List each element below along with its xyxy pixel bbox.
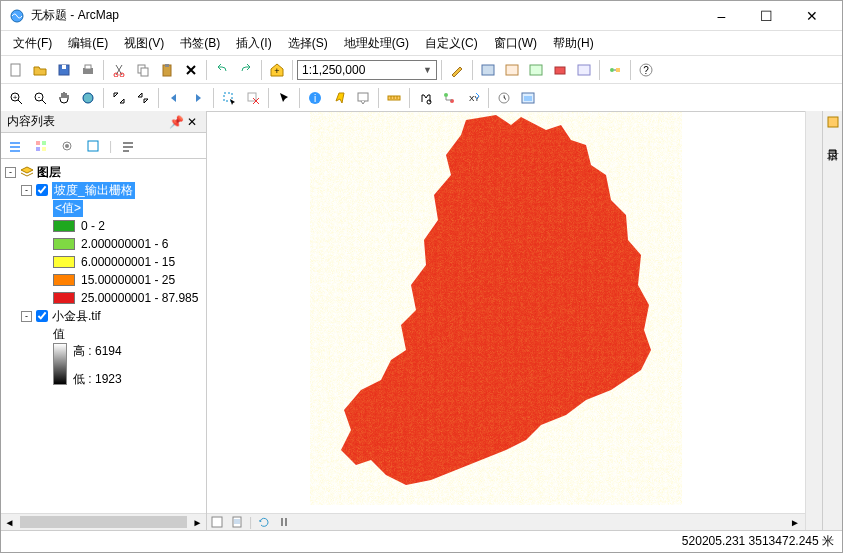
- catalog-button[interactable]: [501, 59, 523, 81]
- paste-button[interactable]: [156, 59, 178, 81]
- menu-file[interactable]: 文件(F): [5, 32, 60, 55]
- search-button[interactable]: [525, 59, 547, 81]
- full-extent-button[interactable]: [77, 87, 99, 109]
- list-by-selection-button[interactable]: [83, 136, 103, 156]
- zoom-in-button[interactable]: +: [5, 87, 27, 109]
- next-extent-button[interactable]: [187, 87, 209, 109]
- open-button[interactable]: [29, 59, 51, 81]
- find-button[interactable]: [414, 87, 436, 109]
- save-button[interactable]: [53, 59, 75, 81]
- cut-button[interactable]: [108, 59, 130, 81]
- maximize-button[interactable]: ☐: [744, 2, 789, 30]
- map-vscroll[interactable]: [805, 111, 822, 530]
- measure-button[interactable]: [383, 87, 405, 109]
- print-button[interactable]: [77, 59, 99, 81]
- class-1-swatch[interactable]: [53, 238, 75, 250]
- class-0-swatch[interactable]: [53, 220, 75, 232]
- scroll-right-button[interactable]: ►: [785, 515, 805, 530]
- menu-geoproc[interactable]: 地理处理(G): [336, 32, 417, 55]
- titlebar: 无标题 - ArcMap – ☐ ✕: [1, 1, 842, 31]
- list-by-visibility-button[interactable]: [57, 136, 77, 156]
- svg-point-29: [83, 93, 93, 103]
- pointer-button[interactable]: [273, 87, 295, 109]
- menubar: 文件(F) 编辑(E) 视图(V) 书签(B) 插入(I) 选择(S) 地理处理…: [1, 31, 842, 55]
- scale-combo[interactable]: 1:1,250,000 ▼: [297, 60, 437, 80]
- map-view[interactable]: [207, 111, 805, 513]
- fixed-zoom-out-button[interactable]: [132, 87, 154, 109]
- menu-edit[interactable]: 编辑(E): [60, 32, 116, 55]
- collapse-layer1[interactable]: -: [21, 185, 32, 196]
- layer2-checkbox[interactable]: [36, 310, 48, 322]
- collapse-layer2[interactable]: -: [21, 311, 32, 322]
- layer2-value-header: 值: [53, 326, 65, 343]
- svg-text:-: -: [38, 92, 41, 101]
- svg-rect-47: [10, 146, 20, 148]
- toc-options-button[interactable]: [118, 136, 138, 156]
- menu-custom[interactable]: 自定义(C): [417, 32, 486, 55]
- layout-view-button[interactable]: [227, 515, 247, 530]
- toc-hscroll[interactable]: ◄ ►: [1, 513, 206, 530]
- class-4-swatch[interactable]: [53, 292, 75, 304]
- find-route-button[interactable]: [438, 87, 460, 109]
- class-3-swatch[interactable]: [53, 274, 75, 286]
- new-doc-button[interactable]: [5, 59, 27, 81]
- layer2-gradient-swatch[interactable]: [53, 343, 67, 385]
- menu-window[interactable]: 窗口(W): [486, 32, 545, 55]
- svg-rect-48: [10, 150, 20, 152]
- toc-pin-button[interactable]: 📌: [168, 115, 184, 129]
- prev-extent-button[interactable]: [163, 87, 185, 109]
- delete-button[interactable]: [180, 59, 202, 81]
- catalog-tab[interactable]: 目录: [822, 136, 843, 144]
- map-hscroll[interactable]: [294, 515, 785, 530]
- time-slider-button[interactable]: [493, 87, 515, 109]
- layer1-name[interactable]: 坡度_输出栅格: [52, 182, 135, 199]
- menu-insert[interactable]: 插入(I): [228, 32, 279, 55]
- viewer-window-button[interactable]: [517, 87, 539, 109]
- editor-toolbar-button[interactable]: [446, 59, 468, 81]
- model-builder-button[interactable]: [604, 59, 626, 81]
- undo-button[interactable]: [211, 59, 233, 81]
- arctoolbox-button[interactable]: [549, 59, 571, 81]
- hyperlink-button[interactable]: [328, 87, 350, 109]
- redo-button[interactable]: [235, 59, 257, 81]
- html-popup-button[interactable]: [352, 87, 374, 109]
- collapse-root[interactable]: -: [5, 167, 16, 178]
- root-label: 图层: [37, 164, 61, 181]
- add-data-button[interactable]: +: [266, 59, 288, 81]
- minimize-button[interactable]: –: [699, 2, 744, 30]
- goto-xy-button[interactable]: XY: [462, 87, 484, 109]
- select-features-button[interactable]: [218, 87, 240, 109]
- svg-rect-56: [123, 142, 133, 144]
- catalog-dock-icon[interactable]: [826, 115, 840, 132]
- list-by-source-button[interactable]: [31, 136, 51, 156]
- python-button[interactable]: [573, 59, 595, 81]
- pause-button[interactable]: [274, 515, 294, 530]
- class-1-label: 2.000000001 - 6: [81, 237, 168, 251]
- svg-rect-49: [36, 141, 40, 145]
- toc-header: 内容列表 📌 ✕: [1, 111, 206, 133]
- help-button[interactable]: ?: [635, 59, 657, 81]
- class-2-swatch[interactable]: [53, 256, 75, 268]
- data-view-button[interactable]: [207, 515, 227, 530]
- layer1-checkbox[interactable]: [36, 184, 48, 196]
- fixed-zoom-in-button[interactable]: [108, 87, 130, 109]
- list-by-drawing-button[interactable]: [5, 136, 25, 156]
- svg-rect-58: [123, 150, 129, 152]
- menu-help[interactable]: 帮助(H): [545, 32, 602, 55]
- menu-view[interactable]: 视图(V): [116, 32, 172, 55]
- layer2-name[interactable]: 小金县.tif: [52, 308, 101, 325]
- close-button[interactable]: ✕: [789, 2, 834, 30]
- menu-bookmark[interactable]: 书签(B): [172, 32, 228, 55]
- toc-close-button[interactable]: ✕: [184, 115, 200, 129]
- refresh-button[interactable]: [254, 515, 274, 530]
- identify-button[interactable]: i: [304, 87, 326, 109]
- scroll-right-icon[interactable]: ►: [189, 514, 206, 530]
- clear-selection-button[interactable]: [242, 87, 264, 109]
- menu-select[interactable]: 选择(S): [280, 32, 336, 55]
- toc-button[interactable]: [477, 59, 499, 81]
- copy-button[interactable]: [132, 59, 154, 81]
- svg-rect-1: [11, 64, 20, 76]
- scroll-left-icon[interactable]: ◄: [1, 514, 18, 530]
- pan-button[interactable]: [53, 87, 75, 109]
- zoom-out-button[interactable]: -: [29, 87, 51, 109]
